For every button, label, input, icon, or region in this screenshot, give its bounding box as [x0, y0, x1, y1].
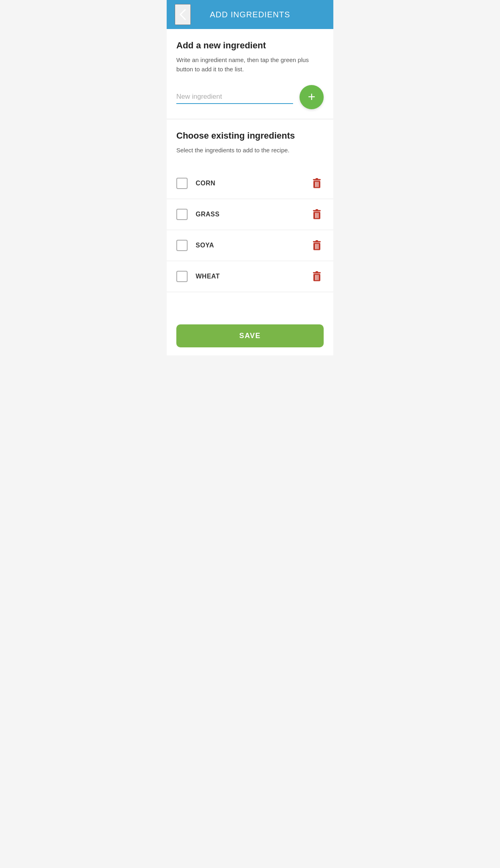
back-button[interactable]: [175, 4, 191, 25]
svg-rect-7: [316, 209, 318, 210]
ingredient-name: CORN: [196, 180, 302, 187]
spacer: [167, 292, 333, 316]
ingredient-item: CORN: [167, 168, 333, 199]
ingredient-item: SOYA: [167, 230, 333, 261]
ingredient-checkbox[interactable]: [176, 271, 188, 282]
delete-ingredient-button[interactable]: [310, 176, 324, 191]
delete-ingredient-button[interactable]: [310, 238, 324, 253]
ingredient-name: GRASS: [196, 211, 302, 218]
save-button[interactable]: SAVE: [176, 324, 324, 347]
delete-ingredient-button[interactable]: [310, 207, 324, 222]
svg-rect-13: [316, 240, 318, 241]
ingredient-checkbox[interactable]: [176, 178, 188, 189]
main-content: Add a new ingredient Write an ingredient…: [167, 29, 333, 355]
add-section-title: Add a new ingredient: [176, 40, 324, 51]
input-row: +: [176, 85, 324, 109]
ingredient-name: SOYA: [196, 242, 302, 249]
plus-icon: +: [308, 90, 316, 103]
svg-rect-19: [316, 271, 318, 272]
new-ingredient-input[interactable]: [176, 90, 293, 104]
add-ingredient-section: Add a new ingredient Write an ingredient…: [167, 29, 333, 119]
add-section-description: Write an ingredient name, then tap the g…: [176, 56, 324, 74]
ingredient-list: CORN GRASS: [167, 168, 333, 292]
ingredient-item: GRASS: [167, 199, 333, 230]
ingredient-checkbox[interactable]: [176, 240, 188, 251]
ingredient-checkbox[interactable]: [176, 209, 188, 220]
save-area: SAVE: [167, 316, 333, 355]
choose-section-description: Select the ingredients to add to the rec…: [176, 146, 324, 155]
add-ingredient-button[interactable]: +: [300, 85, 324, 109]
header: ADD INGREDIENTS: [167, 0, 333, 29]
ingredient-name: WHEAT: [196, 273, 302, 280]
svg-rect-1: [316, 178, 318, 179]
page-title: ADD INGREDIENTS: [191, 10, 325, 19]
app-container: ADD INGREDIENTS Add a new ingredient Wri…: [167, 0, 333, 355]
choose-section: Choose existing ingredients Select the i…: [167, 119, 333, 168]
ingredient-item: WHEAT: [167, 261, 333, 292]
delete-ingredient-button[interactable]: [310, 269, 324, 284]
choose-section-title: Choose existing ingredients: [176, 131, 324, 141]
